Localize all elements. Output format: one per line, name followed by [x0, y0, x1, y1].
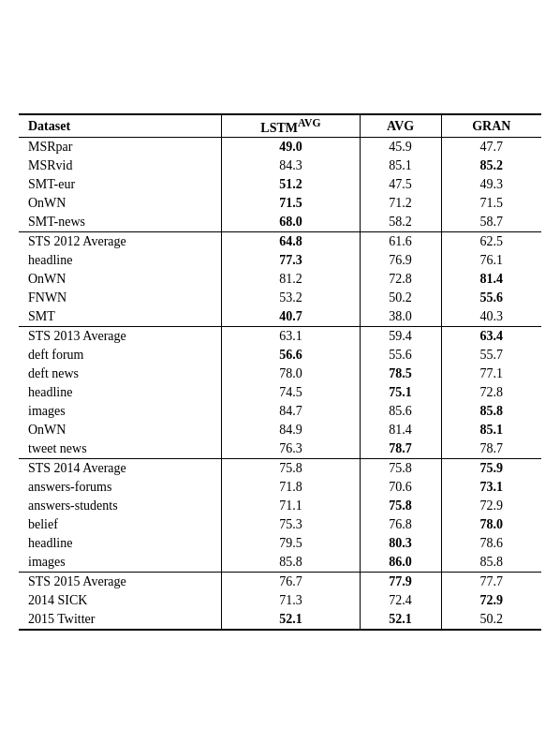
value-cell: 70.6: [360, 478, 441, 497]
value-cell: 80.3: [360, 534, 441, 553]
data-row: SMT40.738.040.3: [19, 307, 541, 327]
dataset-cell: OnWN: [19, 421, 222, 439]
value-cell: 84.7: [222, 402, 360, 421]
value-cell: 49.3: [441, 175, 541, 194]
value-cell: 72.4: [360, 591, 441, 610]
dataset-cell: images: [19, 402, 222, 421]
data-row: answers-forums71.870.673.1: [19, 478, 541, 497]
data-row: 2014 SICK71.372.472.9: [19, 591, 541, 610]
value-cell: 78.5: [360, 365, 441, 383]
value-cell: 78.0: [441, 515, 541, 534]
avg-row: STS 2013 Average63.159.463.4: [19, 327, 541, 347]
value-cell: 79.5: [222, 534, 360, 553]
value-cell: 85.6: [360, 402, 441, 421]
value-cell: 47.5: [360, 175, 441, 194]
value-cell: 77.7: [441, 573, 541, 592]
dataset-cell: headline: [19, 534, 222, 553]
value-cell: 52.1: [222, 610, 360, 630]
value-cell: 55.7: [441, 346, 541, 365]
dataset-cell: images: [19, 553, 222, 573]
value-cell: 59.4: [360, 327, 441, 347]
value-cell: 85.1: [360, 156, 441, 175]
value-cell: 78.7: [441, 439, 541, 459]
value-cell: 77.9: [360, 573, 441, 592]
data-row: tweet news76.378.778.7: [19, 439, 541, 459]
data-row: OnWN81.272.881.4: [19, 270, 541, 289]
dataset-cell: deft forum: [19, 346, 222, 365]
data-row: FNWN53.250.255.6: [19, 289, 541, 307]
value-cell: 85.1: [441, 421, 541, 439]
data-row: OnWN84.981.485.1: [19, 421, 541, 439]
value-cell: 75.8: [360, 459, 441, 479]
avg-row: STS 2015 Average76.777.977.7: [19, 573, 541, 592]
value-cell: 71.3: [222, 591, 360, 610]
value-cell: 78.0: [222, 365, 360, 383]
value-cell: 49.0: [222, 138, 360, 157]
data-row: images85.886.085.8: [19, 553, 541, 573]
results-table: Dataset LSTMAVG AVG GRAN MSRpar49.045.94…: [19, 113, 541, 632]
data-row: MSRvid84.385.185.2: [19, 156, 541, 175]
value-cell: 45.9: [360, 138, 441, 157]
value-cell: 75.8: [360, 497, 441, 515]
dataset-cell: SMT-eur: [19, 175, 222, 194]
dataset-cell: MSRvid: [19, 156, 222, 175]
dataset-cell: headline: [19, 383, 222, 402]
value-cell: 38.0: [360, 307, 441, 327]
data-row: SMT-eur51.247.549.3: [19, 175, 541, 194]
value-cell: 75.9: [441, 459, 541, 479]
dataset-cell: STS 2015 Average: [19, 573, 222, 592]
value-cell: 72.9: [441, 591, 541, 610]
dataset-cell: tweet news: [19, 439, 222, 459]
value-cell: 52.1: [360, 610, 441, 630]
value-cell: 74.5: [222, 383, 360, 402]
value-cell: 78.7: [360, 439, 441, 459]
data-row: OnWN71.571.271.5: [19, 194, 541, 213]
data-row: deft forum56.655.655.7: [19, 346, 541, 365]
value-cell: 68.0: [222, 213, 360, 232]
dataset-cell: STS 2012 Average: [19, 232, 222, 252]
value-cell: 78.6: [441, 534, 541, 553]
value-cell: 75.8: [222, 459, 360, 479]
data-row: SMT-news68.058.258.7: [19, 213, 541, 232]
value-cell: 56.6: [222, 346, 360, 365]
dataset-cell: deft news: [19, 365, 222, 383]
value-cell: 61.6: [360, 232, 441, 252]
value-cell: 76.7: [222, 573, 360, 592]
value-cell: 71.2: [360, 194, 441, 213]
dataset-cell: answers-students: [19, 497, 222, 515]
value-cell: 75.1: [360, 383, 441, 402]
avg-row: STS 2012 Average64.861.662.5: [19, 232, 541, 252]
dataset-cell: belief: [19, 515, 222, 534]
data-row: images84.785.685.8: [19, 402, 541, 421]
value-cell: 73.1: [441, 478, 541, 497]
value-cell: 72.8: [360, 270, 441, 289]
value-cell: 72.8: [441, 383, 541, 402]
value-cell: 55.6: [441, 289, 541, 307]
value-cell: 58.2: [360, 213, 441, 232]
data-row: headline74.575.172.8: [19, 383, 541, 402]
value-cell: 71.1: [222, 497, 360, 515]
data-row: answers-students71.175.872.9: [19, 497, 541, 515]
value-cell: 76.1: [441, 251, 541, 270]
value-cell: 76.8: [360, 515, 441, 534]
value-cell: 47.7: [441, 138, 541, 157]
dataset-cell: SMT: [19, 307, 222, 327]
value-cell: 81.2: [222, 270, 360, 289]
value-cell: 77.3: [222, 251, 360, 270]
table-container: Dataset LSTMAVG AVG GRAN MSRpar49.045.94…: [0, 95, 560, 650]
value-cell: 55.6: [360, 346, 441, 365]
dataset-cell: FNWN: [19, 289, 222, 307]
data-row: 2015 Twitter52.152.150.2: [19, 610, 541, 630]
value-cell: 81.4: [441, 270, 541, 289]
value-cell: 63.4: [441, 327, 541, 347]
value-cell: 40.7: [222, 307, 360, 327]
value-cell: 50.2: [441, 610, 541, 630]
value-cell: 85.2: [441, 156, 541, 175]
col-avg: AVG: [360, 114, 441, 138]
value-cell: 71.8: [222, 478, 360, 497]
data-row: headline79.580.378.6: [19, 534, 541, 553]
value-cell: 64.8: [222, 232, 360, 252]
value-cell: 84.3: [222, 156, 360, 175]
value-cell: 40.3: [441, 307, 541, 327]
value-cell: 86.0: [360, 553, 441, 573]
